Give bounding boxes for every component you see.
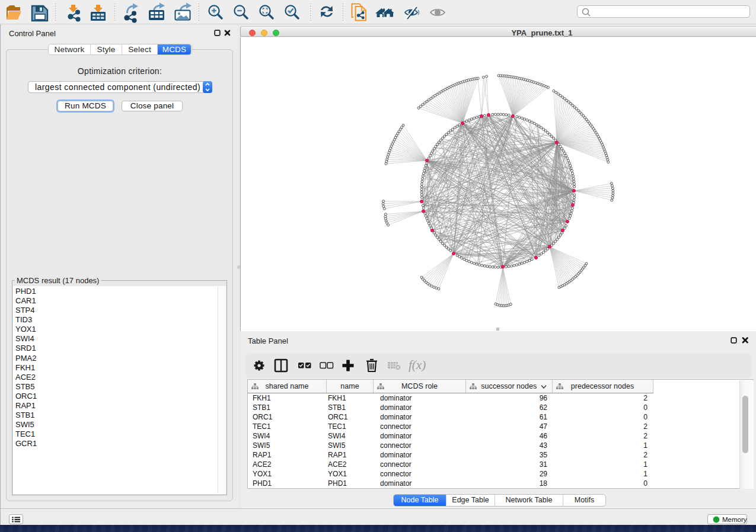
svg-text:f(x): f(x) <box>409 358 426 372</box>
